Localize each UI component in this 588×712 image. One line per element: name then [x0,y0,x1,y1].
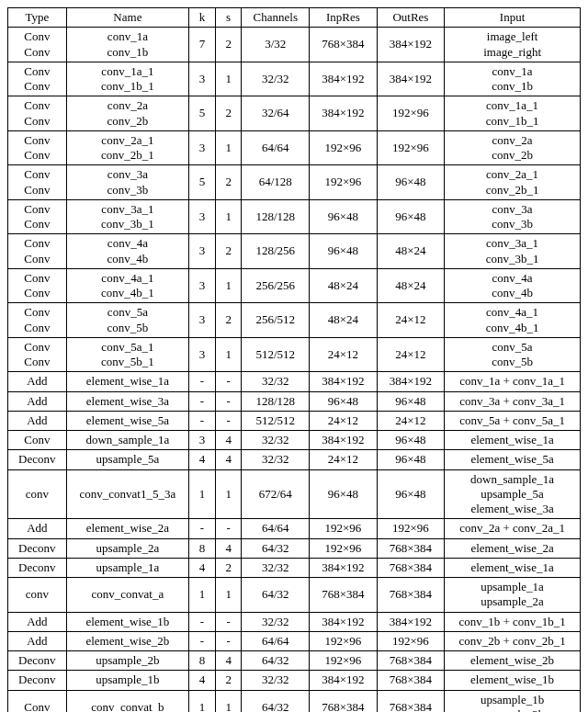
type-cell: Conv Conv [8,28,67,62]
outres-cell: 384×192 [377,28,445,62]
s-cell: - [215,391,242,411]
inpres-cell: 24×12 [310,450,378,469]
table-row: Convconv_convat_b1164/32768×384768×384up… [8,690,581,712]
s-header: s [215,8,242,28]
table-row: Deconvupsample_2a8464/32192×96768×384ele… [8,538,581,558]
k-cell: 3 [189,337,216,372]
network-architecture-table: TypeNameksChannelsInpResOutResInput Conv… [7,7,581,712]
name-cell: upsample_2a [66,538,189,558]
s-cell: 2 [215,28,242,62]
input-cell: conv_4a_1 conv_4b_1 [445,303,581,338]
name-cell: conv_2a conv_2b [66,96,189,131]
table-row: Conv Convconv_4a_1 conv_4b_131256/25648×… [8,268,581,303]
input-cell: conv_2a conv_2b [445,130,581,165]
input-cell: element_wise_2a [445,538,581,558]
table-row: Conv Convconv_2a conv_2b5232/64384×19219… [8,96,581,131]
k-cell: - [189,372,216,391]
inpres-cell: 384×192 [310,612,378,631]
s-cell: 2 [215,96,242,131]
table-row: Conv Convconv_3a_1 conv_3b_131128/12896×… [8,199,581,234]
inpres-cell: 192×96 [310,519,378,538]
outres-cell: 768×384 [377,651,445,671]
input-cell: element_wise_1a [445,558,581,577]
channels-cell: 128/128 [242,199,310,234]
table-row: Conv Convconv_1a conv_1b723/32768×384384… [8,28,581,62]
channels-cell: 32/32 [242,372,310,391]
s-cell: - [215,631,242,650]
name-cell: conv_5a conv_5b [66,303,189,338]
input-cell: conv_1a conv_1b [445,62,581,96]
k-cell: 3 [189,62,216,96]
type-cell: Add [8,519,67,538]
outres-cell: 768×384 [377,690,445,712]
inpres-cell: 96×48 [310,234,378,269]
input-cell: conv_5a + conv_5a_1 [445,411,581,430]
channels-cell: 64/32 [242,578,310,613]
input-cell: upsample_1b upsample_2b [445,690,581,712]
inpres-cell: 24×12 [310,337,378,372]
channels-cell: 64/32 [242,651,310,671]
s-cell: - [215,612,242,631]
channels-cell: 256/512 [242,303,310,338]
channels-cell: 512/512 [242,337,310,372]
inpres-cell: 384×192 [310,62,378,96]
s-cell: 4 [215,450,242,469]
k-cell: 5 [189,96,216,131]
channels-cell: 256/256 [242,268,310,303]
name-cell: conv_5a_1 conv_5b_1 [66,337,189,372]
inpres-cell: 192×96 [310,538,378,558]
s-cell: 1 [215,578,242,613]
name-cell: conv_3a_1 conv_3b_1 [66,199,189,234]
input-cell: conv_1a + conv_1a_1 [445,372,581,391]
input-cell: element_wise_1b [445,671,581,690]
input-cell: down_sample_1a upsample_5a element_wise_… [445,469,581,519]
type-cell: Conv Conv [8,130,67,165]
outres-cell: 768×384 [377,558,445,577]
k-cell: 1 [189,690,216,712]
inpres-cell: 96×48 [310,199,378,234]
inpres-cell: 384×192 [310,372,378,391]
k-cell: - [189,631,216,650]
k-cell: 8 [189,651,216,671]
k-cell: 5 [189,165,216,200]
k-cell: 4 [189,671,216,690]
channels-cell: 512/512 [242,411,310,430]
inpres-cell: 384×192 [310,96,378,131]
channels-cell: 672/64 [242,469,310,519]
channels-cell: 3/32 [242,28,310,62]
name-cell: conv_1a conv_1b [66,28,189,62]
input-cell: conv_1a_1 conv_1b_1 [445,96,581,131]
table-row: convconv_convat_a1164/32768×384768×384up… [8,578,581,613]
inpres-cell: 48×24 [310,268,378,303]
input-cell: conv_3a conv_3b [445,199,581,234]
input-header: Input [445,8,581,28]
channels-cell: 64/32 [242,690,310,712]
s-cell: - [215,372,242,391]
table-row: Addelement_wise_3a--128/12896×4896×48con… [8,391,581,411]
s-cell: 1 [215,268,242,303]
type-cell: conv [8,469,67,519]
s-cell: - [215,411,242,430]
s-cell: 4 [215,538,242,558]
type-cell: Deconv [8,538,67,558]
table-row: Deconvupsample_5a4432/3224×1296×48elemen… [8,450,581,469]
table-row: Conv Convconv_4a conv_4b32128/25696×4848… [8,234,581,269]
channels-cell: 32/32 [242,431,310,450]
name-cell: upsample_5a [66,450,189,469]
type-cell: Add [8,612,67,631]
name-cell: conv_1a_1 conv_1b_1 [66,62,189,96]
inpres-cell: 768×384 [310,578,378,613]
name-cell: element_wise_2a [66,519,189,538]
inpres-cell: 192×96 [310,651,378,671]
channels-cell: 64/64 [242,631,310,650]
table-row: Deconvupsample_1a4232/32384×192768×384el… [8,558,581,577]
k-cell: 3 [189,130,216,165]
k-cell: 3 [189,431,216,450]
channels-cell: 64/64 [242,130,310,165]
table-row: Conv Convconv_5a conv_5b32256/51248×2424… [8,303,581,338]
k-cell: 3 [189,199,216,234]
name-cell: conv_convat_b [66,690,189,712]
input-cell: conv_2b + conv_2b_1 [445,631,581,650]
input-cell: conv_4a conv_4b [445,268,581,303]
inpres-cell: 384×192 [310,671,378,690]
